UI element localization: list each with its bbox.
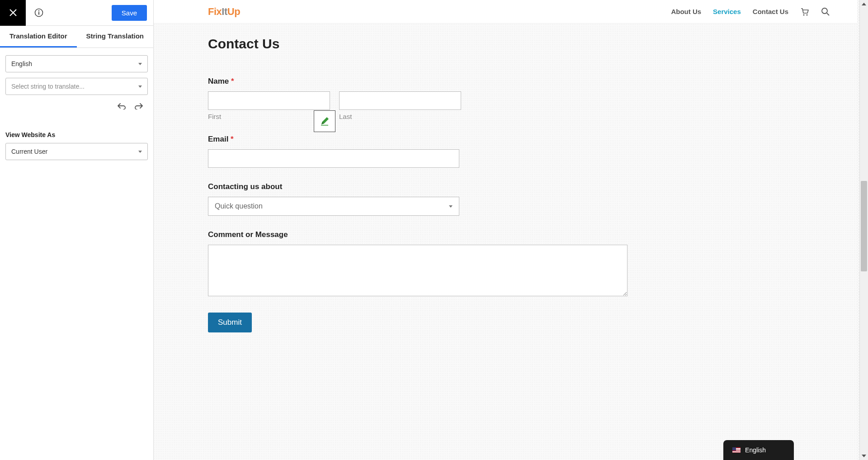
string-select[interactable]: Select string to translate... xyxy=(5,78,148,95)
first-name-sublabel: First xyxy=(208,113,330,120)
main-nav: About Us Services Contact Us xyxy=(671,7,830,16)
scroll-up-button[interactable] xyxy=(860,0,868,8)
undo-icon xyxy=(117,102,126,109)
language-switcher-label: English xyxy=(745,446,766,454)
site-header: FixItUp About Us Services Contact Us xyxy=(154,0,857,24)
search-button[interactable] xyxy=(821,7,830,16)
chevron-down-icon xyxy=(138,63,142,65)
scroll-down-button[interactable] xyxy=(860,452,868,460)
email-label: Email * xyxy=(208,135,803,144)
chevron-down-icon xyxy=(449,205,453,208)
logo-part-2: It xyxy=(222,6,227,17)
cart-icon xyxy=(800,7,809,16)
info-button[interactable] xyxy=(26,0,52,26)
required-mark: * xyxy=(231,77,234,85)
page-content: Contact Us Name * First Last xyxy=(154,24,857,360)
about-label: Contacting us about xyxy=(208,182,803,191)
edit-string-button[interactable] xyxy=(314,110,335,132)
svg-point-1 xyxy=(38,10,39,11)
message-textarea[interactable] xyxy=(208,245,627,296)
last-name-sublabel: Last xyxy=(339,113,461,120)
view-as-select[interactable]: Current User xyxy=(5,143,148,160)
string-select-placeholder: Select string to translate... xyxy=(11,83,85,90)
view-as-value: Current User xyxy=(11,148,47,155)
view-as-label: View Website As xyxy=(0,123,153,143)
chevron-down-icon xyxy=(138,151,142,153)
email-label-text: Email xyxy=(208,135,228,143)
svg-rect-2 xyxy=(38,12,39,15)
language-switcher[interactable]: English xyxy=(723,440,794,460)
cart-button[interactable] xyxy=(800,7,809,16)
language-select-value: English xyxy=(11,60,32,67)
svg-point-3 xyxy=(803,14,805,15)
page-title: Contact Us xyxy=(208,36,803,52)
required-mark: * xyxy=(231,135,234,143)
triangle-down-icon xyxy=(862,455,866,457)
triangle-up-icon xyxy=(862,3,866,5)
redo-icon xyxy=(134,102,143,109)
pencil-icon xyxy=(320,116,330,126)
tab-translation-editor[interactable]: Translation Editor xyxy=(0,26,77,47)
nav-contact[interactable]: Contact Us xyxy=(753,8,788,15)
nav-about[interactable]: About Us xyxy=(671,8,701,15)
last-name-input[interactable] xyxy=(339,91,461,110)
name-label-text: Name xyxy=(208,77,229,85)
save-button[interactable]: Save xyxy=(112,5,147,21)
info-icon xyxy=(34,8,43,17)
vertical-scrollbar[interactable] xyxy=(859,0,868,460)
site-logo[interactable]: FixItUp xyxy=(208,6,240,18)
preview-panel: FixItUp About Us Services Contact Us Con… xyxy=(154,0,868,460)
search-icon xyxy=(821,7,830,16)
redo-button[interactable] xyxy=(134,102,143,111)
tab-string-translation[interactable]: String Translation xyxy=(77,26,154,47)
scrollbar-thumb[interactable] xyxy=(861,181,867,271)
svg-point-5 xyxy=(822,8,827,14)
us-flag-icon xyxy=(732,447,741,453)
logo-part-3: Up xyxy=(227,6,240,17)
nav-services[interactable]: Services xyxy=(713,8,741,15)
about-select-value: Quick question xyxy=(215,202,263,210)
translation-sidebar: Save Translation Editor String Translati… xyxy=(0,0,154,460)
svg-point-4 xyxy=(807,14,808,15)
message-label: Comment or Message xyxy=(208,230,803,239)
name-label: Name * xyxy=(208,77,803,86)
about-select[interactable]: Quick question xyxy=(208,197,459,216)
sidebar-top-bar: Save xyxy=(0,0,153,26)
close-button[interactable] xyxy=(0,0,26,26)
first-name-input[interactable] xyxy=(208,91,330,110)
sidebar-tabs: Translation Editor String Translation xyxy=(0,26,153,48)
undo-button[interactable] xyxy=(117,102,126,111)
submit-button[interactable]: Submit xyxy=(208,313,252,332)
close-icon xyxy=(9,9,17,17)
svg-rect-6 xyxy=(321,125,328,126)
email-input[interactable] xyxy=(208,149,459,168)
language-select[interactable]: English xyxy=(5,55,148,72)
chevron-down-icon xyxy=(138,85,142,88)
logo-part-1: Fix xyxy=(208,6,222,17)
